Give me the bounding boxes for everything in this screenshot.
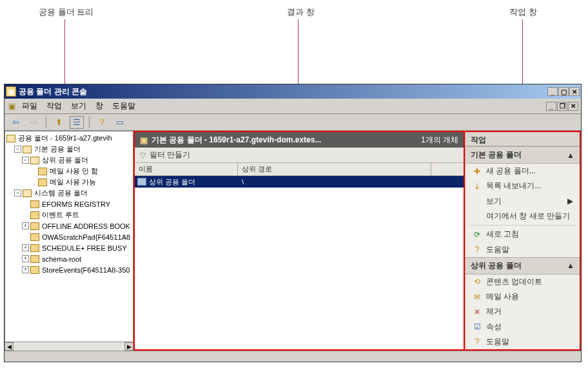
help-button[interactable]: ? (95, 116, 109, 129)
main-window: ▣ 공용 폴더 관리 콘솔 _ ▢ ✕ ▣ 파일 작업 보기 창 도움말 _ ❐… (4, 84, 582, 362)
close-button[interactable]: ✕ (569, 87, 580, 96)
menu-file[interactable]: 파일 (17, 99, 42, 113)
maximize-button[interactable]: ▢ (558, 87, 569, 96)
action-view[interactable]: 보기▶ (466, 194, 580, 209)
window-title: 공용 폴더 관리 콘솔 (19, 86, 547, 97)
filter-icon: ▽ (140, 151, 146, 160)
new-folder-icon: ✚ (472, 167, 482, 176)
doc-restore-button[interactable]: ❐ (557, 102, 567, 111)
diagram-label-actions: 작업 창 (509, 6, 537, 18)
tree-upper[interactable]: −상위 공용 폴더 (22, 155, 132, 166)
column-headers: 이름 상위 경로 (135, 163, 464, 176)
app-icon: ▣ (6, 86, 16, 97)
result-header: ▣ 기본 공용 폴더 - 1659r1-a27.gtevih-dom.extes… (135, 132, 464, 148)
back-button[interactable]: ⇦ (8, 116, 23, 129)
folder-icon (38, 179, 47, 186)
action-properties[interactable]: ☑속성 (466, 320, 580, 334)
scroll-right-button[interactable]: ▶ (124, 342, 133, 351)
action-help2[interactable]: ?도움말 (466, 334, 580, 349)
expand-icon[interactable]: + (22, 266, 29, 273)
update-icon: ⟲ (472, 277, 482, 286)
collapse-icon: ▲ (567, 261, 574, 270)
tree-event-root[interactable]: 이벤트 루트 (22, 209, 132, 220)
action-new-folder[interactable]: ✚새 공용 폴더... (466, 164, 580, 179)
scroll-track[interactable] (14, 342, 124, 351)
action-help[interactable]: ?도움말 (466, 242, 580, 257)
diagram-label-tree: 공용 폴더 트리 (39, 6, 93, 18)
forward-button[interactable]: ⇨ (26, 116, 41, 129)
view-mode-button[interactable]: ▭ (113, 116, 127, 129)
menu-folder-icon: ▣ (6, 99, 17, 113)
collapse-icon[interactable]: − (14, 146, 21, 153)
collapse-icon[interactable]: − (14, 189, 21, 197)
tree-system[interactable]: −시스템 공용 폴더 (14, 188, 132, 199)
column-path[interactable]: 상위 경로 (238, 163, 431, 175)
diagram-line (522, 19, 523, 84)
result-list: 상위 공용 폴더 \ (135, 176, 464, 349)
folder-icon: ▣ (140, 135, 148, 145)
list-item[interactable]: 상위 공용 폴더 \ (135, 176, 464, 188)
submenu-arrow-icon: ▶ (567, 197, 573, 206)
status-bar (5, 351, 581, 362)
folder-icon (30, 266, 39, 274)
menu-window[interactable]: 창 (91, 99, 108, 113)
up-folder-button[interactable]: ⬆ (52, 116, 66, 129)
action-export-list[interactable]: ⤓목록 내보내기... (466, 179, 580, 193)
scroll-left-button[interactable]: ◀ (5, 342, 14, 351)
tree-root[interactable]: 공용 폴더 - 1659r1-a27.gtevih (6, 133, 132, 144)
show-tree-button[interactable]: ☲ (70, 116, 84, 129)
filter-bar[interactable]: ▽ 필터 만들기 (135, 148, 464, 163)
result-title: 기본 공용 폴더 - 1659r1-a27.gtevih-dom.extes..… (152, 135, 321, 146)
help-icon: ? (472, 245, 482, 254)
object-count: 1개의 개체 (421, 135, 458, 146)
actions-header: 작업 (466, 132, 580, 146)
tree-eforms[interactable]: EFORMS REGISTRY (22, 199, 132, 209)
column-name[interactable]: 이름 (135, 163, 238, 175)
folder-icon (38, 168, 47, 175)
menu-action[interactable]: 작업 (42, 99, 66, 113)
remove-icon: ✕ (472, 307, 482, 316)
folder-icon (23, 146, 32, 153)
tree-basic[interactable]: −기본 공용 폴더 (14, 144, 132, 155)
tree-store[interactable]: +StoreEvents{F64511A8-350 (22, 264, 132, 275)
horizontal-scrollbar[interactable]: ◀ ▶ (5, 342, 133, 351)
mail-icon: ✉ (472, 293, 482, 302)
tree-mail-enabled[interactable]: 메일 사용 가능 (30, 177, 132, 188)
folder-icon (30, 255, 39, 263)
action-new-window[interactable]: 여기에서 창 새로 만들기 (466, 209, 580, 224)
folder-icon (30, 211, 39, 219)
actions-section-basic[interactable]: 기본 공용 폴더▲ (466, 146, 580, 164)
actions-pane: 작업 기본 공용 폴더▲ ✚새 공용 폴더... ⤓목록 내보내기... 보기▶… (465, 131, 581, 351)
expand-icon[interactable]: + (22, 244, 29, 251)
collapse-icon: ▲ (567, 151, 574, 160)
menu-view[interactable]: 보기 (66, 99, 91, 113)
tree-mail-disabled[interactable]: 메일 사용 안 함 (30, 166, 132, 177)
tree-owa[interactable]: OWAScratchPad{F64511A8 (22, 231, 132, 242)
diagram-line (298, 19, 299, 84)
menu-help[interactable]: 도움말 (108, 99, 140, 113)
folder-icon (30, 200, 39, 208)
collapse-icon[interactable]: − (22, 157, 29, 164)
diagram-line (64, 19, 65, 84)
tree-schema[interactable]: +schema-root (22, 253, 132, 264)
doc-close-button[interactable]: ✕ (568, 102, 578, 111)
expand-icon[interactable]: + (22, 255, 29, 262)
toolbar: ⇦ ⇨ ⬆ ☲ ? ▭ (5, 114, 581, 131)
expand-icon[interactable]: + (22, 222, 29, 229)
titlebar: ▣ 공용 폴더 관리 콘솔 _ ▢ ✕ (5, 84, 581, 99)
doc-minimize-button[interactable]: _ (546, 102, 556, 111)
filter-label: 필터 만들기 (150, 150, 190, 160)
refresh-icon: ⟳ (472, 230, 482, 239)
tree-oab[interactable]: +OFFLINE ADDRESS BOOK (22, 220, 132, 231)
action-update-content[interactable]: ⟲콘텐츠 업데이트 (466, 275, 580, 289)
properties-icon: ☑ (472, 322, 482, 331)
tree-sched[interactable]: +SCHEDULE+ FREE BUSY (22, 242, 132, 253)
actions-section-upper[interactable]: 상위 공용 폴더▲ (466, 257, 580, 275)
folder-icon (137, 178, 146, 186)
minimize-button[interactable]: _ (547, 87, 558, 96)
folder-icon (30, 244, 39, 252)
action-refresh[interactable]: ⟳새로 고침 (466, 227, 580, 242)
action-remove[interactable]: ✕제거 (466, 304, 580, 319)
action-mail-enable[interactable]: ✉메일 사용 (466, 289, 580, 304)
folder-icon (30, 157, 39, 164)
